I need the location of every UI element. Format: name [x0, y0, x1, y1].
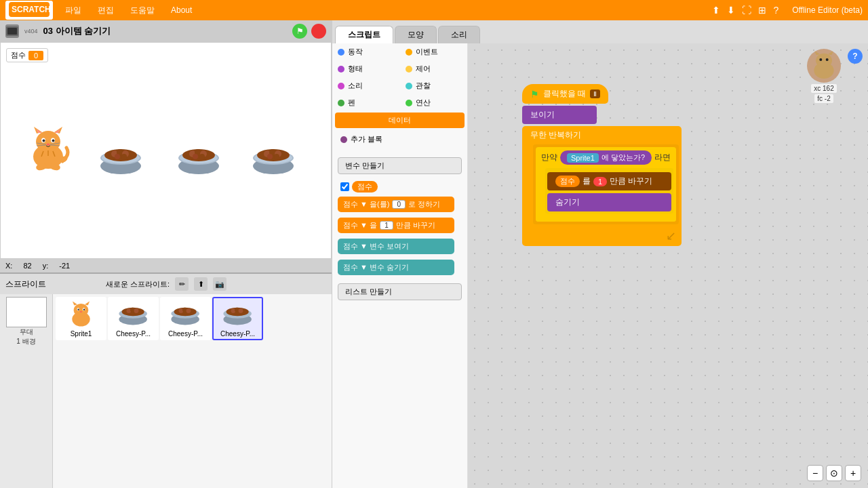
- fullscreen-icon[interactable]: ⛶: [742, 5, 751, 16]
- tab-costumes[interactable]: 모양: [395, 26, 437, 43]
- if-label: 만약: [541, 152, 557, 163]
- cat-more-blocks[interactable]: 추가 블록: [335, 131, 465, 148]
- x-coord-label: X:: [5, 262, 12, 270]
- hat-extra: Ⅱ: [590, 89, 600, 98]
- cat-looks[interactable]: 형태: [332, 60, 400, 77]
- sprite-header: 스프라이트 새로운 스프라이트: ✏ ⬆ 📷: [0, 274, 332, 294]
- bowl3-on-stage: [248, 138, 299, 184]
- cat-data[interactable]: 데이터: [335, 113, 465, 128]
- change-var-label: 점수 ▼ 을: [343, 220, 377, 230]
- sprite-item-cheesy1[interactable]: Cheesy-P...: [108, 297, 159, 340]
- svg-marker-81: [814, 51, 820, 56]
- cat-sensing[interactable]: 관찰: [400, 77, 468, 94]
- script-area[interactable]: ? xc 162 fc -2: [468, 43, 868, 488]
- menu-edit[interactable]: 편집: [94, 3, 118, 18]
- green-flag-button[interactable]: ⚑: [292, 24, 307, 39]
- hide-block[interactable]: 숨기기: [547, 193, 671, 211]
- menu-file[interactable]: 파일: [61, 3, 85, 18]
- cat-sound[interactable]: 소리: [332, 77, 400, 94]
- cat-operators[interactable]: 연산: [400, 94, 468, 111]
- sprite-item-sprite1[interactable]: Sprite1: [56, 297, 106, 340]
- cat-pen[interactable]: 펜: [332, 94, 400, 111]
- forever-label: 무한 반복하기: [530, 129, 581, 141]
- sprite1-tag: Sprite1: [567, 153, 599, 163]
- sprite-name-cheesy1: Cheesy-P...: [116, 330, 151, 338]
- download-icon[interactable]: ⬇: [727, 5, 735, 16]
- zoom-in-button[interactable]: +: [845, 465, 861, 481]
- cat-motion[interactable]: 동작: [332, 43, 400, 60]
- camera-sprite-tool[interactable]: 📷: [213, 277, 226, 291]
- blocks-list: 변수 만들기 점수 점수 ▼ 을(를) 0 로 정하기 점수 ▼ 을 1 만큼 …: [332, 149, 467, 306]
- svg-marker-54: [73, 301, 77, 305]
- then-label: 라면: [654, 152, 671, 163]
- cat-events[interactable]: 이벤트: [400, 43, 468, 60]
- set-variable-block[interactable]: 점수 ▼ 을(를) 0 로 정하기: [338, 197, 454, 212]
- cat-sensing-dot: [406, 83, 412, 89]
- tab-scripts[interactable]: 스크립트: [335, 26, 393, 43]
- cat-events-label: 이벤트: [416, 47, 438, 57]
- sprite-panel-label: 스프라이트: [5, 279, 46, 290]
- cat-sound-dot: [338, 83, 344, 89]
- stage-mini-sublabel: 1 배경: [16, 337, 35, 346]
- upload-sprite-tool[interactable]: ⬆: [194, 277, 208, 291]
- sprite-avatar: [807, 49, 841, 83]
- show-block[interactable]: 보이기: [522, 106, 597, 124]
- cat-looks-label: 형태: [348, 64, 363, 74]
- block-categories: 동작 이벤트 형태 제어: [332, 43, 468, 488]
- cat-motion-label: 동작: [348, 47, 363, 57]
- tab-sounds[interactable]: 소리: [438, 26, 480, 43]
- make-variable-button[interactable]: 변수 만들기: [338, 157, 462, 174]
- sprite-item-cheesy2[interactable]: Cheesy-P...: [160, 297, 211, 340]
- cat-control[interactable]: 제어: [400, 60, 468, 77]
- script-group: ⚑ 클릭했을 때 Ⅱ 보이기 무한 반복하기: [522, 84, 682, 246]
- zoom-reset-button[interactable]: ⊙: [826, 465, 842, 481]
- svg-point-80: [816, 54, 832, 68]
- hat-label: 클릭했을 때: [543, 88, 586, 100]
- show-variable-block[interactable]: 점수 ▼ 변수 보여기: [338, 239, 454, 254]
- paint-sprite-tool[interactable]: ✏: [175, 277, 189, 291]
- if-block-outer: 만약 Sprite1 에 닿았는가? 라면: [536, 147, 676, 222]
- zoom-out-button[interactable]: −: [807, 465, 823, 481]
- if-condition-block[interactable]: Sprite1 에 닿았는가?: [560, 150, 652, 165]
- menubar: SCRATCH 파일 편집 도움말 About ⬆ ⬇ ⛶ ⊞ ? Offlin…: [0, 0, 868, 20]
- help-icon[interactable]: ?: [773, 5, 778, 16]
- score-label: 점수: [11, 50, 26, 60]
- change-score-block[interactable]: 점수 를 1 만큼 바꾸기: [547, 172, 671, 190]
- set-var-suffix: 로 정하기: [408, 199, 440, 209]
- grid-icon[interactable]: ⊞: [758, 5, 766, 16]
- upload-icon[interactable]: ⬆: [712, 5, 720, 16]
- change-score-label: 를: [583, 176, 591, 187]
- change-score-suffix: 만큼 바꾸기: [610, 176, 652, 187]
- svg-point-12: [43, 140, 45, 142]
- svg-point-5: [36, 131, 60, 152]
- svg-point-32: [115, 154, 120, 159]
- hat-block[interactable]: ⚑ 클릭했을 때 Ⅱ: [522, 84, 608, 104]
- make-list-button[interactable]: 리스트 만들기: [338, 283, 462, 300]
- hide-var-label: 점수 ▼ 변수 숨기기: [343, 262, 409, 272]
- cat-control-label: 제어: [416, 64, 431, 74]
- hide-variable-block[interactable]: 점수 ▼ 변수 숨기기: [338, 260, 454, 275]
- svg-point-59: [83, 309, 85, 310]
- stage-icon: [5, 24, 19, 38]
- if-block-header[interactable]: 만약 Sprite1 에 닿았는가? 라면: [536, 147, 676, 168]
- scratch-logo[interactable]: SCRATCH: [5, 1, 53, 20]
- sprite-name-cheesy3: Cheesy-P...: [220, 330, 255, 338]
- stage-mini-label: 무대: [20, 327, 33, 337]
- hat-flag-icon: ⚑: [530, 89, 539, 100]
- stop-button[interactable]: [311, 24, 326, 39]
- menu-help[interactable]: 도움말: [126, 3, 159, 18]
- change-var-value: 1: [380, 221, 393, 230]
- bowl2-on-stage: [174, 138, 224, 184]
- sprite-item-cheesy3[interactable]: Cheesy-P...: [212, 297, 263, 340]
- help-button[interactable]: ?: [848, 49, 863, 64]
- touching-label: 에 닿았는가?: [601, 152, 645, 163]
- change-variable-block[interactable]: 점수 ▼ 을 1 만큼 바꾸기: [338, 218, 454, 233]
- forever-block-header[interactable]: 무한 반복하기: [522, 126, 682, 144]
- cat-control-dot: [406, 66, 412, 73]
- stage-thumbnail[interactable]: 무대 1 배경: [0, 294, 53, 488]
- sprite-name-cheesy2: Cheesy-P...: [168, 330, 203, 338]
- category-grid: 동작 이벤트 형태 제어: [332, 43, 467, 111]
- variable-checkbox[interactable]: [340, 182, 349, 191]
- menu-about[interactable]: About: [167, 4, 196, 16]
- svg-point-33: [121, 154, 127, 159]
